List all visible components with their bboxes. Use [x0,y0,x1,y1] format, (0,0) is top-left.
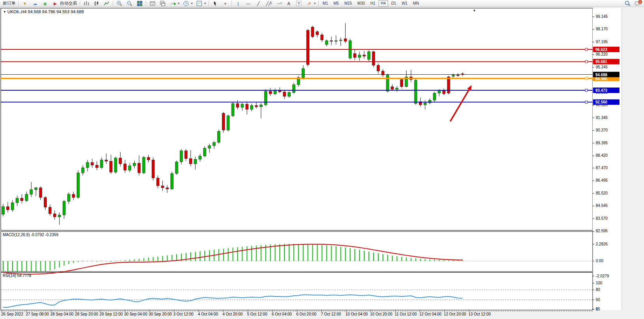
svg-text:90.370: 90.370 [596,128,608,132]
svg-text:100: 100 [596,281,602,285]
svg-text:96.220: 96.220 [596,52,608,56]
svg-text:28 Sep 04:00: 28 Sep 04:00 [50,312,74,316]
svg-text:3 Oct 12:00: 3 Oct 12:00 [173,312,193,316]
timeframe-button-m1[interactable]: M1 [320,0,330,7]
svg-text:4 Oct 04:00: 4 Oct 04:00 [198,312,218,316]
svg-text:5 Oct 12:00: 5 Oct 12:00 [247,312,267,316]
signals-icon[interactable]: ◉ [40,0,50,7]
cascade-windows-icon[interactable] [158,0,168,7]
vertical-line-icon[interactable]: | [233,0,243,7]
toolbar-separator [209,1,209,6]
svg-text:99.145: 99.145 [596,14,608,19]
svg-text:28 Sep 20:00: 28 Sep 20:00 [75,312,98,316]
text-icon[interactable]: A [284,0,294,7]
scroll-marker-icon: ▼ [473,9,476,12]
main-price-panel [1,8,593,230]
rsi-panel [1,273,593,310]
candlestick-icon[interactable] [91,0,102,7]
time-axis: 26 Sep 202227 Sep 08:0028 Sep 04:0028 Se… [1,310,491,316]
timeframe-button-m15[interactable]: M15 [342,0,354,7]
svg-text:87.470: 87.470 [596,166,608,170]
dropdown-caret-icon[interactable]: ▾ [178,2,179,5]
svg-text:0.00: 0.00 [596,259,604,263]
template-icon[interactable]: ▾ [194,0,207,7]
new-order-button[interactable]: 新订单 [1,0,17,7]
symbol-dropdown-icon[interactable]: ▼ [3,10,6,14]
fibonacci-icon[interactable]: ┄F [274,0,284,7]
timeframe-button-m30[interactable]: M30 [355,0,367,7]
profile-icon[interactable]: ☁ [30,0,40,7]
timeframe-button-mn[interactable]: MN [411,0,421,7]
trendline-icon[interactable]: ╱ [253,0,263,7]
svg-text:12 Oct 04:00: 12 Oct 04:00 [419,312,442,316]
timeframe-button-m5[interactable]: M5 [331,0,341,7]
tile-windows-icon [136,0,143,7]
timeframe-button-w1[interactable]: W1 [399,0,410,7]
autotrading-icon: ▶ [52,0,59,7]
svg-text:88.420: 88.420 [596,153,608,158]
svg-text:95.245: 95.245 [596,65,608,69]
bar-chart-icon [83,0,90,7]
toolbar-separator [80,1,80,6]
chat-icon[interactable]: 1 [633,0,643,7]
vertical-line-icon: | [235,0,242,7]
add-indicator-icon[interactable]: ▾ [168,0,181,7]
rsi-indicator-label: RSI(14) 54.7778 [3,273,31,278]
chat-icon: 1 [634,0,641,7]
dropdown-caret-icon[interactable]: ▾ [191,2,193,5]
candlestick-icon [93,0,100,7]
cursor-icon[interactable] [210,0,220,7]
horizontal-line-icon[interactable]: — [243,0,253,7]
svg-text:80: 80 [596,287,600,292]
timeframe-button-h1[interactable]: H1 [368,0,378,7]
search-icon[interactable] [623,0,633,7]
label-icon[interactable]: T [294,0,304,7]
funnel-icon[interactable]: ▼ [20,0,30,7]
timeframe-button-h4[interactable]: H4 [379,0,388,7]
template-icon [196,0,203,7]
tile-windows-icon[interactable] [135,0,145,7]
cursor-icon [212,0,219,7]
svg-text:92.560: 92.560 [595,100,607,104]
svg-text:83.570: 83.570 [596,216,608,221]
svg-text:10 Oct 04:00: 10 Oct 04:00 [346,312,368,316]
horizontal-line-icon: — [245,0,252,7]
toolbar-separator [318,1,319,6]
zoom-in-icon[interactable] [114,0,125,7]
trading-terminal: { "toolbar": { "new_order_label": "新订单",… [0,0,644,319]
text-icon: A [285,0,292,7]
bar-chart-icon[interactable] [81,0,91,7]
crosshair-icon[interactable]: + [220,0,230,7]
toolbar-separator [232,1,232,6]
svg-text:27 Sep 08:00: 27 Sep 08:00 [26,312,49,316]
profile-icon: ☁ [32,0,39,7]
fibonacci-icon: ┄F [275,0,282,7]
period-icon[interactable]: ▾ [181,0,194,7]
symbol-period-label: UKOil-,H4 [7,9,27,14]
dropdown-caret-icon[interactable]: ▾ [314,2,316,5]
svg-text:93.473: 93.473 [595,88,607,93]
period-icon [182,0,190,7]
svg-text:50: 50 [596,298,600,302]
chart-title: ▼ UKOil-,H4 94.568 94.786 94.553 94.688 [3,9,84,14]
svg-text:29 Sep 12:00: 29 Sep 12:00 [100,312,123,316]
label-icon: T [295,0,302,7]
price-chart-svg[interactable]: 99.14598.17097.19596.22095.24594.27093.2… [0,8,644,319]
zoom-out-icon[interactable] [125,0,135,7]
shapes-icon[interactable]: ⇗▾ [304,0,317,7]
main-toolbar: 新订单▼☁◉▶自动交易▾▾▾+|—╱╱╱E┄FAT⇗▾M1M5M15M30H1H… [0,0,644,7]
arrange-windows-icon[interactable] [147,0,158,7]
funnel-icon: ▼ [21,0,28,7]
dropdown-caret-icon[interactable]: ▾ [204,2,206,5]
chart-window: 99.14598.17097.19596.22095.24594.27093.2… [0,8,644,319]
svg-text:89.395: 89.395 [596,141,608,145]
toolbar-separator [113,1,113,6]
channel-icon: ╱╱E [265,0,272,7]
channel-icon[interactable]: ╱╱E [263,0,274,7]
svg-text:84.545: 84.545 [596,203,608,208]
svg-text:11 Oct 12:00: 11 Oct 12:00 [395,312,417,316]
timeframe-button-d1[interactable]: D1 [389,0,398,7]
arrange-windows-icon [149,0,156,7]
autotrading-button[interactable]: ▶自动交易 [50,0,79,7]
line-chart-icon[interactable] [102,0,112,7]
